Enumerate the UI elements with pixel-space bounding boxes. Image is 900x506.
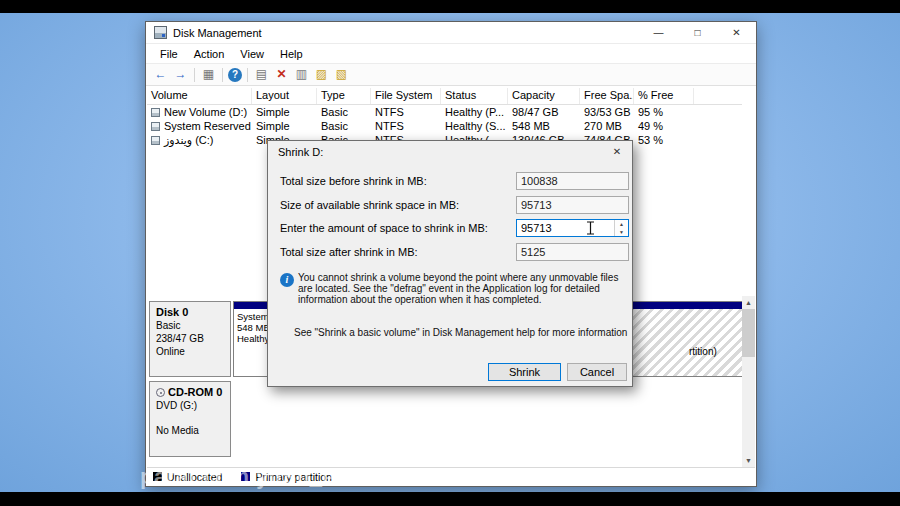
volume-name: System Reserved (164, 120, 251, 132)
scroll-down-icon[interactable]: ▼ (742, 454, 755, 467)
unallocated-swatch-icon (153, 472, 162, 481)
volume-cell: ويندوز (C:) (147, 134, 252, 147)
chart-icon[interactable]: ▥ (293, 66, 310, 83)
column-status[interactable]: Status (441, 88, 508, 104)
field-label: Size of available shrink space in MB: (280, 199, 459, 211)
text-cursor-icon (586, 221, 595, 235)
vertical-scrollbar[interactable]: ▲ ▼ (742, 296, 755, 467)
disk0-name: Disk 0 (156, 306, 230, 319)
pct-free-cell: 53 % (634, 134, 694, 146)
menu-action[interactable]: Action (186, 48, 233, 60)
letterbox-top (0, 0, 900, 13)
partition-d-status-fragment: rtition) (689, 346, 717, 357)
open-folder-icon[interactable]: ▨ (313, 66, 330, 83)
layout-cell: Simple (252, 120, 317, 132)
drive-icon (151, 122, 160, 131)
disk0-status: Online (156, 345, 230, 358)
field-shrink-amount: Enter the amount of space to shrink in M… (268, 219, 632, 237)
column-volume[interactable]: Volume (147, 88, 252, 104)
cd-icon (156, 388, 165, 397)
forward-icon[interactable]: → (172, 66, 189, 83)
layout-cell: Simple (252, 106, 317, 118)
maximize-button[interactable]: □ (678, 22, 717, 44)
window-controls: — □ ✕ (639, 22, 756, 44)
field-total-after: Total size after shrink in MB: 5125 (268, 243, 632, 261)
fs-cell: NTFS (371, 106, 441, 118)
field-label: Total size before shrink in MB: (280, 175, 427, 187)
dialog-close-button[interactable]: ✕ (602, 142, 632, 162)
volume-name: New Volume (D:) (164, 106, 247, 118)
delete-icon[interactable]: ✕ (273, 66, 290, 83)
toolbar-separator (247, 68, 248, 82)
spin-up-icon[interactable]: ▲ (615, 220, 628, 228)
column-capacity[interactable]: Capacity (508, 88, 580, 104)
volume-table-header: Volume Layout Type File System Status Ca… (147, 88, 742, 105)
console-tree-icon[interactable]: ▦ (200, 66, 217, 83)
disk-management-app-icon (154, 26, 167, 39)
column-type[interactable]: Type (317, 88, 371, 104)
menu-help[interactable]: Help (272, 48, 311, 60)
window-titlebar: Disk Management — □ ✕ (146, 22, 756, 44)
status-cell: Healthy (S... (441, 120, 508, 132)
drive-icon (151, 136, 160, 145)
spin-down-icon[interactable]: ▼ (615, 228, 628, 236)
cancel-button[interactable]: Cancel (567, 363, 627, 381)
menu-view[interactable]: View (232, 48, 272, 60)
column-filler (694, 88, 742, 104)
toolbar-separator (194, 68, 195, 82)
scroll-thumb[interactable] (742, 309, 755, 357)
type-cell: Basic (317, 120, 371, 132)
field-label: Total size after shrink in MB: (280, 246, 418, 258)
menu-file[interactable]: File (152, 48, 186, 60)
unallocated-label: Unallocated (167, 471, 222, 483)
volume-cell: New Volume (D:) (147, 106, 252, 118)
table-row-d[interactable]: New Volume (D:) Simple Basic NTFS Health… (147, 105, 742, 119)
shrink-button[interactable]: Shrink (488, 363, 561, 381)
field-label: Enter the amount of space to shrink in M… (280, 222, 488, 234)
field-total-before: Total size before shrink in MB: 100838 (268, 172, 632, 190)
cdrom-status: No Media (156, 424, 230, 437)
cdrom-header[interactable]: CD-ROM 0 DVD (G:) No Media (149, 381, 231, 457)
back-icon[interactable]: ← (152, 66, 169, 83)
column-pct-free[interactable]: % Free (634, 88, 694, 104)
disk0-size: 238/47 GB (156, 332, 230, 345)
field-available-space: Size of available shrink space in MB: 95… (268, 196, 632, 214)
close-button[interactable]: ✕ (717, 22, 756, 44)
field-value: 5125 (516, 243, 629, 261)
volume-cell: System Reserved (147, 120, 252, 132)
primary-partition-swatch-icon (241, 472, 250, 481)
column-layout[interactable]: Layout (252, 88, 317, 104)
cdrom-name: CD-ROM 0 (168, 386, 222, 399)
capacity-cell: 98/47 GB (508, 106, 580, 118)
column-free-space[interactable]: Free Spa... (580, 88, 634, 104)
fs-cell: NTFS (371, 120, 441, 132)
toolbar: ← → ▦ ? ▤ ✕ ▥ ▨ ▧ (146, 64, 756, 86)
pct-free-cell: 95 % (634, 106, 694, 118)
shrink-amount-spinbox: ▲ ▼ (516, 219, 629, 237)
window-title: Disk Management (173, 27, 262, 39)
letterbox-bottom (0, 492, 900, 506)
free-cell: 93/53 GB (580, 106, 634, 118)
type-cell: Basic (317, 106, 371, 118)
column-file-system[interactable]: File System (371, 88, 441, 104)
help-icon[interactable]: ? (228, 68, 242, 82)
primary-partition-label: Primary partition (255, 471, 331, 483)
volume-name: ويندوز (C:) (164, 134, 213, 147)
properties-icon[interactable]: ▤ (253, 66, 270, 83)
field-value: 95713 (516, 196, 629, 214)
disk0-header[interactable]: Disk 0 Basic 238/47 GB Online (149, 301, 231, 377)
minimize-button[interactable]: — (639, 22, 678, 44)
drive-icon (151, 108, 160, 117)
field-value: 100838 (516, 172, 629, 190)
new-folder-icon[interactable]: ▧ (333, 66, 350, 83)
scroll-up-icon[interactable]: ▲ (742, 296, 755, 309)
status-cell: Healthy (P... (441, 106, 508, 118)
free-cell: 270 MB (580, 120, 634, 132)
table-row-system-reserved[interactable]: System Reserved Simple Basic NTFS Health… (147, 119, 742, 133)
dialog-title: Shrink D: (268, 146, 323, 158)
pct-free-cell: 49 % (634, 120, 694, 132)
shrink-amount-input[interactable] (517, 220, 614, 236)
shrink-dialog: Shrink D: ✕ Total size before shrink in … (267, 140, 633, 387)
cdrom-type: DVD (G:) (156, 399, 230, 412)
info-text: You cannot shrink a volume beyond the po… (298, 272, 628, 305)
